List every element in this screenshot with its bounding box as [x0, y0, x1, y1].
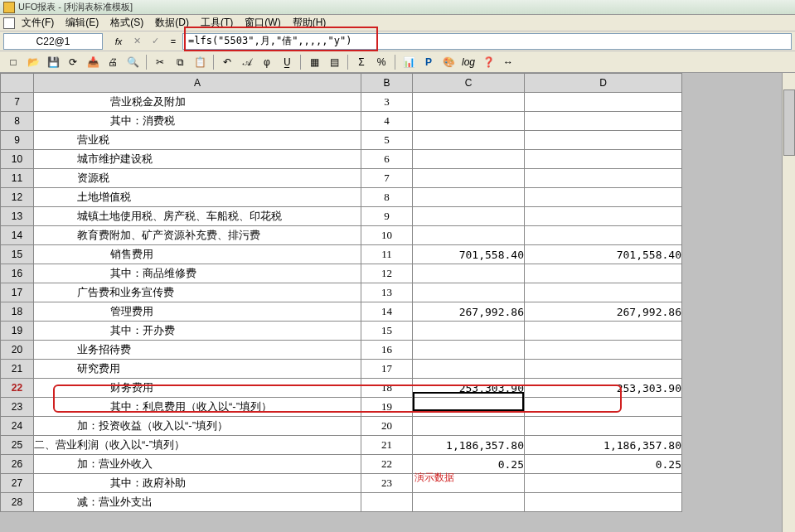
- cell-lineno[interactable]: 22: [361, 455, 413, 474]
- cell-value-d[interactable]: [525, 112, 682, 131]
- cell-lineno[interactable]: [361, 493, 413, 512]
- cell-value-c[interactable]: [413, 360, 525, 379]
- refresh-icon[interactable]: ⟳: [65, 54, 81, 70]
- cell-value-d[interactable]: [525, 93, 682, 112]
- col-header-d[interactable]: D: [525, 74, 682, 93]
- preview-icon[interactable]: 🔍: [124, 54, 141, 70]
- row-header[interactable]: 18: [1, 302, 34, 322]
- row-header[interactable]: 22: [1, 379, 34, 398]
- menu-edit[interactable]: 编辑(E): [65, 16, 99, 30]
- help-icon[interactable]: ❓: [480, 54, 497, 70]
- cell-label[interactable]: 广告费和业务宣传费: [34, 283, 361, 302]
- cell-lineno[interactable]: 11: [361, 245, 413, 264]
- table-row[interactable]: 28减：营业外支出: [1, 493, 682, 512]
- cell-lineno[interactable]: 9: [361, 207, 413, 226]
- cell-value-c[interactable]: [413, 93, 525, 112]
- table-row[interactable]: 26加：营业外收入220.250.25: [1, 455, 682, 474]
- cell-lineno[interactable]: 8: [361, 188, 413, 207]
- cell-label[interactable]: 城市维护建设税: [34, 150, 361, 169]
- cell-lineno[interactable]: 6: [361, 150, 413, 169]
- paste-icon[interactable]: 📋: [191, 54, 208, 70]
- cell-value-c[interactable]: [413, 493, 525, 512]
- table-row[interactable]: 13城镇土地使用税、房产税、车船税、印花税9: [1, 207, 682, 226]
- row-header[interactable]: 7: [1, 93, 34, 112]
- menu-file[interactable]: 文件(F): [22, 16, 54, 30]
- cell-value-d[interactable]: [525, 322, 682, 341]
- cell-label[interactable]: 业务招待费: [34, 341, 361, 360]
- row-header[interactable]: 20: [1, 341, 34, 360]
- row-header[interactable]: 13: [1, 207, 34, 226]
- cell-value-c[interactable]: [413, 341, 525, 360]
- accept-button[interactable]: ✓: [148, 34, 162, 49]
- script-icon[interactable]: 𝒜: [239, 54, 255, 70]
- row-header[interactable]: 23: [1, 398, 34, 417]
- row-header[interactable]: 11: [1, 169, 34, 188]
- menu-format[interactable]: 格式(S): [110, 16, 143, 30]
- cell-lineno[interactable]: 15: [361, 322, 413, 341]
- cell-reference-box[interactable]: C22@1: [3, 33, 103, 50]
- table-row[interactable]: 18管理费用14267,992.86267,992.86: [1, 302, 682, 322]
- cell-label[interactable]: 教育费附加、矿产资源补充费、排污费: [34, 226, 361, 245]
- cell-value-d[interactable]: 267,992.86: [525, 302, 682, 322]
- phi-icon[interactable]: φ: [259, 54, 275, 70]
- cell-value-c[interactable]: [413, 207, 525, 226]
- col-header-c[interactable]: C: [413, 74, 525, 93]
- cell-label[interactable]: 营业税金及附加: [34, 93, 361, 112]
- print-icon[interactable]: 🖨: [104, 54, 121, 70]
- cell-value-c[interactable]: 701,558.40: [413, 245, 525, 264]
- cell-label[interactable]: 减：营业外支出: [34, 493, 361, 512]
- cell-value-d[interactable]: [525, 207, 682, 226]
- cell-lineno[interactable]: 4: [361, 112, 413, 131]
- cell-label[interactable]: 其中：消费税: [34, 112, 361, 131]
- cell-value-c[interactable]: [413, 169, 525, 188]
- row-header[interactable]: 21: [1, 360, 34, 379]
- cancel-button[interactable]: ✕: [129, 34, 144, 49]
- cell-value-d[interactable]: [525, 131, 682, 150]
- row-header[interactable]: 19: [1, 322, 34, 341]
- row-header[interactable]: 10: [1, 150, 34, 169]
- menu-tool[interactable]: 工具(T): [201, 16, 233, 30]
- cell-value-d[interactable]: [525, 264, 682, 283]
- cell-lineno[interactable]: 10: [361, 226, 413, 245]
- row-header[interactable]: 8: [1, 112, 34, 131]
- cell-value-d[interactable]: [525, 341, 682, 360]
- table-row[interactable]: 12土地增值税8: [1, 188, 682, 207]
- table-row[interactable]: 24加：投资收益（收入以“-”填列）20: [1, 417, 682, 436]
- cell-label[interactable]: 加：投资收益（收入以“-”填列）: [34, 417, 361, 436]
- cell-label[interactable]: 城镇土地使用税、房产税、车船税、印花税: [34, 207, 361, 226]
- table-row[interactable]: 19其中：开办费15: [1, 322, 682, 341]
- grid2-icon[interactable]: ▤: [326, 54, 342, 70]
- arrow-icon[interactable]: ↔: [500, 54, 516, 70]
- undo-icon[interactable]: ↶: [219, 54, 235, 70]
- import-icon[interactable]: 📥: [85, 54, 101, 70]
- cell-lineno[interactable]: 23: [361, 474, 413, 493]
- cell-value-c[interactable]: [413, 417, 525, 436]
- table-row[interactable]: 11资源税7: [1, 169, 682, 188]
- cell-value-c[interactable]: 253,303.90: [413, 379, 525, 398]
- cell-label[interactable]: 其中：政府补助: [34, 474, 361, 493]
- cell-label[interactable]: 其中：利息费用（收入以“-”填列）: [34, 398, 361, 417]
- cell-value-c[interactable]: [413, 322, 525, 341]
- cell-label[interactable]: 销售费用: [34, 245, 361, 264]
- cell-value-d[interactable]: [525, 283, 682, 302]
- cell-label[interactable]: 其中：商品维修费: [34, 264, 361, 283]
- cell-lineno[interactable]: 14: [361, 302, 413, 322]
- color-icon[interactable]: 🎨: [440, 54, 457, 70]
- cell-value-c[interactable]: [413, 150, 525, 169]
- cell-label[interactable]: 管理费用: [34, 302, 361, 322]
- table-row[interactable]: 20业务招待费16: [1, 341, 682, 360]
- table-row[interactable]: 21研究费用17: [1, 360, 682, 379]
- cell-value-c[interactable]: [413, 264, 525, 283]
- cell-value-d[interactable]: [525, 226, 682, 245]
- vertical-scrollbar[interactable]: [782, 73, 795, 532]
- cell-label[interactable]: 加：营业外收入: [34, 455, 361, 474]
- row-header[interactable]: 28: [1, 493, 34, 512]
- cell-value-d[interactable]: [525, 150, 682, 169]
- copy-icon[interactable]: ⧉: [172, 54, 188, 70]
- table-row[interactable]: 25二、营业利润（收入以“-”填列）211,186,357.801,186,35…: [1, 436, 682, 455]
- table-row[interactable]: 9营业税5: [1, 131, 682, 150]
- cell-value-c[interactable]: [413, 112, 525, 131]
- cell-label[interactable]: 财务费用: [34, 379, 361, 398]
- row-header[interactable]: 12: [1, 188, 34, 207]
- table-row[interactable]: 7营业税金及附加3: [1, 93, 682, 112]
